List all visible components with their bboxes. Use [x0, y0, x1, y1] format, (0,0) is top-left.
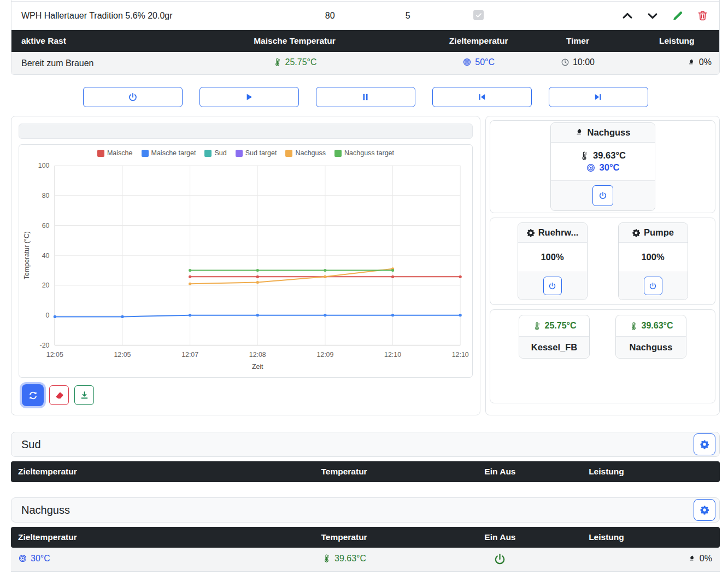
rast-status-row: Bereit zum Brauen 25.75°C 50°C 10:00 0%	[11, 52, 719, 74]
header-ein-aus: Ein Aus	[436, 467, 563, 477]
header-timer: Timer	[521, 36, 634, 46]
nachguss-power-button[interactable]	[592, 185, 613, 206]
heat-icon	[688, 555, 696, 563]
thermometer-icon	[322, 554, 331, 563]
svg-text:12:07: 12:07	[181, 351, 198, 359]
nachguss-control-card: Nachguss 39.63°C 30°C	[550, 122, 655, 211]
target-icon	[462, 57, 472, 67]
nachguss-toggle-button[interactable]	[494, 553, 506, 566]
thermometer-icon	[629, 321, 638, 331]
svg-text:Zeit: Zeit	[252, 363, 263, 371]
play-icon	[244, 92, 254, 102]
target-icon	[586, 163, 596, 173]
move-up-button[interactable]	[621, 10, 633, 22]
chart-download-button[interactable]	[74, 385, 94, 405]
nachguss-leistung: 0%	[700, 554, 712, 564]
pumpe-power-button[interactable]	[644, 277, 662, 295]
power-icon	[494, 553, 506, 566]
ruehrwerk-power-button[interactable]	[543, 277, 562, 295]
nachguss-row-temp: 39.63°C	[334, 554, 366, 564]
heat-icon	[575, 128, 584, 137]
pause-icon	[361, 92, 370, 102]
hop-checkbox[interactable]	[473, 10, 484, 20]
header-leistung: Leistung	[564, 532, 649, 542]
nachguss-temp: 39.63°C	[593, 150, 626, 161]
power-icon	[548, 282, 556, 290]
refresh-icon	[28, 390, 38, 401]
legend-item: Maische target	[142, 149, 196, 157]
legend-item: Nachguss target	[334, 149, 394, 157]
nachguss-control-row: Nachguss 39.63°C 30°C	[490, 120, 715, 213]
legend-item: Maische	[97, 149, 133, 157]
thermometer-icon	[532, 321, 542, 331]
heat-icon	[688, 58, 696, 67]
nachguss-sensor-name: Nachguss	[616, 336, 686, 358]
svg-text:12:05: 12:05	[114, 351, 131, 359]
skip-forward-button[interactable]	[549, 87, 648, 107]
nachguss-section-header: Nachguss	[11, 497, 720, 523]
chart-clear-button[interactable]	[49, 385, 69, 405]
sensor-tile-kessel: 25.75°C Kessel_FB	[519, 315, 590, 359]
edit-button[interactable]	[672, 10, 684, 22]
sensor-tile-nachguss: 39.63°C Nachguss	[615, 315, 686, 359]
power-icon	[128, 92, 138, 102]
move-down-button[interactable]	[647, 10, 659, 22]
svg-text:80: 80	[42, 192, 50, 200]
chart-refresh-button[interactable]	[22, 384, 44, 406]
header-maische-temperatur: Maische Temperatur	[153, 36, 436, 46]
pause-button[interactable]	[316, 87, 415, 107]
temperature-chart: 100806040200-2012:0512:0512:0712:0812:09…	[21, 158, 470, 374]
legend-swatch	[236, 150, 243, 157]
svg-text:100: 100	[38, 162, 50, 169]
header-leistung: Leistung	[564, 467, 649, 477]
legend-swatch	[204, 150, 212, 157]
chart-toolbar	[19, 383, 473, 408]
clock-icon	[561, 58, 570, 67]
device-control-row: Ruehrw... 100% Pumpe 100%	[490, 218, 715, 305]
hop-time: 5	[379, 11, 436, 21]
header-zieltemperatur: Zieltemperatur	[436, 36, 521, 46]
header-ein-aus: Ein Aus	[436, 532, 563, 542]
ruehrwerk-card: Ruehrw... 100%	[518, 222, 588, 300]
target-icon	[18, 554, 27, 563]
power-button[interactable]	[83, 87, 183, 107]
legend-item: Sud	[204, 149, 226, 157]
svg-text:12:10: 12:10	[452, 351, 469, 359]
kessel-sensor-name: Kessel_FB	[519, 336, 589, 358]
nachguss-sensor-temp: 39.63°C	[642, 321, 673, 331]
nachguss-section: Nachguss Zieltemperatur Temperatur Ein A…	[11, 497, 720, 572]
sud-settings-button[interactable]	[694, 433, 715, 455]
sensor-row: 25.75°C Kessel_FB 39.63°C Nachguss	[490, 309, 715, 403]
skip-back-button[interactable]	[432, 87, 532, 107]
gear-icon	[526, 228, 535, 237]
header-zieltemperatur: Zieltemperatur	[11, 467, 252, 477]
svg-text:12:10: 12:10	[384, 351, 401, 359]
legend-item: Nachguss	[285, 149, 326, 157]
legend-swatch	[97, 150, 104, 157]
sud-table-header: Zieltemperatur Temperatur Ein Aus Leistu…	[11, 461, 720, 482]
power-icon	[598, 191, 607, 200]
hop-amount: 80	[280, 11, 379, 21]
nachguss-settings-button[interactable]	[694, 499, 715, 521]
nachguss-table-header: Zieltemperatur Temperatur Ein Aus Leistu…	[11, 527, 720, 548]
trash-icon	[697, 10, 708, 21]
play-button[interactable]	[199, 87, 299, 107]
skip-forward-icon	[594, 92, 603, 102]
transport-controls	[11, 87, 720, 107]
table-row: WPH Hallertauer Tradition 5.6% 20.0gr 80…	[11, 2, 719, 30]
chart-legend: MaischeMaische targetSudSud targetNachgu…	[21, 149, 470, 157]
hop-schedule-table: WPH Hallertauer Tradition 5.6% 20.0gr 80…	[11, 0, 720, 75]
nachguss-table-row: 30°C 39.63°C 0%	[11, 548, 720, 572]
header-aktive-rast: aktive Rast	[11, 36, 153, 46]
legend-item: Sud target	[236, 149, 277, 157]
ziel-temp-value: 50°C	[475, 57, 495, 67]
svg-text:20: 20	[42, 281, 50, 289]
delete-button[interactable]	[697, 10, 708, 21]
legend-swatch	[142, 150, 149, 157]
svg-text:12:09: 12:09	[316, 351, 333, 359]
svg-text:0: 0	[46, 312, 50, 319]
header-temperatur: Temperatur	[252, 532, 436, 542]
temperature-chart-card: MaischeMaische targetSudSud targetNachgu…	[19, 144, 473, 378]
gear-icon	[700, 439, 709, 449]
thermometer-icon	[273, 57, 282, 67]
